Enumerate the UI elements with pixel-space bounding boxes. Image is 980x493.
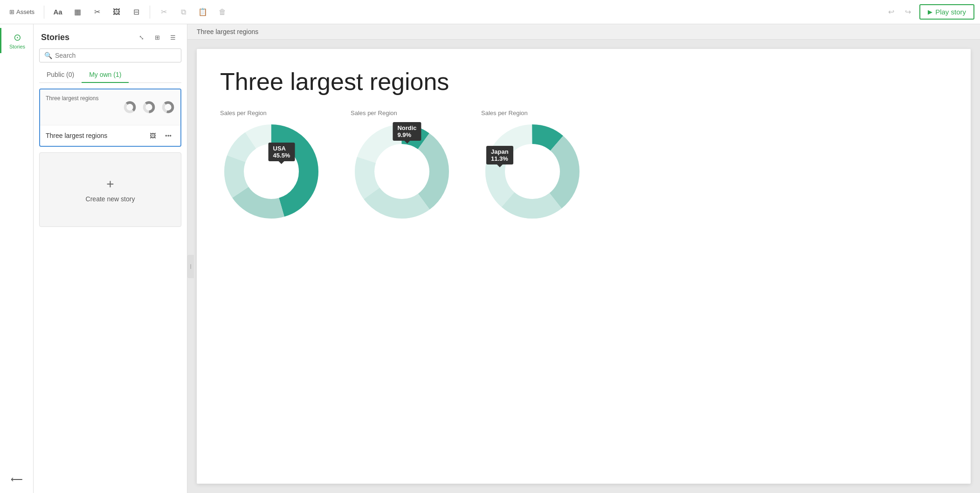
chart-2-label: Sales per Region [351,110,397,116]
delete-button[interactable]: 🗑 [214,4,230,20]
play-story-label: Play story [935,8,966,16]
more-tool-button[interactable]: ⊟ [128,4,144,20]
stories-nav-label: Stories [9,44,25,49]
tooltip-1-value: 45.5% [273,152,290,159]
effects-button[interactable]: ✂ [89,4,105,20]
shape-tool-button[interactable]: ▦ [69,4,85,20]
divider-1 [44,6,44,19]
grid-view-button[interactable]: ⊞ [151,31,164,44]
redo-icon: ↪ [905,7,911,16]
story-list: Three largest regions [34,83,187,493]
collapse-sidebar-button[interactable]: ⟵ [9,472,25,487]
stories-panel-title: Stories [41,33,69,42]
tooltip-2-label: Nordic [397,124,416,131]
story-more-button[interactable]: ••• [162,129,175,142]
tooltip-1-label: USA [273,145,290,152]
story-card[interactable]: Three largest regions [39,89,181,147]
layout-icon: ⊟ [133,7,139,16]
tooltip-2-value: 9.9% [397,131,416,138]
chart-3-label: Sales per Region [481,110,528,116]
search-input[interactable] [55,52,176,59]
play-icon: ▶ [928,8,932,15]
story-card-actions: 🖼 ••• [146,129,175,142]
chart-1-label: Sales per Region [220,110,267,116]
mini-donut-1 [123,95,137,119]
list-view-icon: ☰ [170,34,176,41]
thumbnail-title: Three largest regions [46,95,117,102]
stories-panel: Stories ⤡ ⊞ ☰ 🔍 Public (0) My own (1 [34,24,187,493]
thumbnail-icon: 🖼 [150,132,156,139]
stories-header: Stories ⤡ ⊞ ☰ [34,24,187,48]
undo-redo-group: ↩ ↪ [883,4,916,20]
story-card-name: Three largest regions [46,132,107,139]
expand-icon: ⤡ [139,34,144,41]
scissors-icon: ✂ [94,7,100,16]
story-thumbnail-button[interactable]: 🖼 [146,129,159,142]
mini-donut-2 [142,95,156,119]
collapse-handle-icon: | [190,264,192,269]
tab-my-own[interactable]: My own (1) [82,67,129,83]
story-slide: Three largest regions Sales per Region [197,49,971,484]
image-tool-button[interactable]: 🖼 [109,4,124,20]
text-tool-button[interactable]: Aa [50,4,66,20]
search-icon: 🔍 [44,52,52,59]
icon-sidebar-bottom: ⟵ [9,472,25,493]
sidebar-item-stories[interactable]: ⊙ Stories [0,28,33,53]
svg-point-17 [375,144,429,199]
paste-icon: 📋 [198,7,207,16]
delete-icon: 🗑 [219,8,226,16]
donut-wrapper-3: Japan 11.3% [481,120,584,223]
copy-icon: ⧉ [181,8,186,16]
toolbar-right: ↩ ↪ ▶ Play story [883,4,974,20]
search-box: 🔍 [39,48,181,62]
story-card-thumbnail: Three largest regions [40,89,180,125]
paste-button[interactable]: 📋 [195,4,211,20]
chart-1: Sales per Region [220,110,323,223]
breadcrumb-bar: Three largest regions [187,24,980,40]
svg-point-23 [505,144,559,199]
story-card-title-row: Three largest regions 🖼 ••• [40,125,180,146]
expand-panel-button[interactable]: ⤡ [135,31,148,44]
tab-public[interactable]: Public (0) [39,67,82,83]
copy-button[interactable]: ⧉ [175,4,191,20]
assets-button[interactable]: ⊞ Assets [6,4,38,20]
chart-3: Sales per Region [481,110,584,223]
undo-button[interactable]: ↩ [883,4,899,20]
donut-chart-1 [220,120,323,223]
chart-2: Sales per Region [351,110,453,223]
divider-2 [150,6,150,19]
cut-button[interactable]: ✂ [156,4,172,20]
undo-icon: ↩ [888,7,894,16]
story-canvas: | Three largest regions Sales per Region [187,40,980,493]
main-body: ⊙ Stories ⟵ Stories ⤡ ⊞ ☰ [0,24,980,493]
toolbar-left: ⊞ Assets Aa ▦ ✂ 🖼 ⊟ ✂ ⧉ [6,4,881,20]
chart-1-tooltip: USA 45.5% [269,143,295,161]
redo-button[interactable]: ↪ [900,4,916,20]
play-story-button[interactable]: ▶ Play story [919,4,974,20]
collapse-handle[interactable]: | [187,255,194,278]
slide-title: Three largest regions [220,68,947,96]
image-icon: 🖼 [113,8,120,16]
tabs-row: Public (0) My own (1) [39,67,181,83]
assets-label: Assets [16,8,35,15]
text-icon: Aa [53,8,62,16]
collapse-icon: ⟵ [11,474,23,485]
stories-nav-icon: ⊙ [14,32,21,43]
create-story-label: Create new story [86,195,135,203]
create-story-card[interactable]: + Create new story [39,152,181,227]
content-area: Three largest regions | Three largest re… [187,24,980,493]
charts-row: Sales per Region [220,110,947,223]
tooltip-3-label: Japan [491,148,509,155]
more-icon: ••• [165,132,172,139]
donut-wrapper-2: Nordic 9.9% [351,120,453,223]
donut-chart-3 [481,120,584,223]
icon-sidebar: ⊙ Stories ⟵ [0,24,34,493]
cut-icon: ✂ [161,7,167,16]
breadcrumb-text: Three largest regions [197,28,258,35]
create-plus-icon: + [106,177,114,192]
shape-icon: ▦ [74,7,81,16]
donut-wrapper-1: USA 45.5% [220,120,323,223]
list-view-button[interactable]: ☰ [166,31,179,44]
tooltip-3-value: 11.3% [491,155,509,162]
search-container: 🔍 [34,48,187,67]
